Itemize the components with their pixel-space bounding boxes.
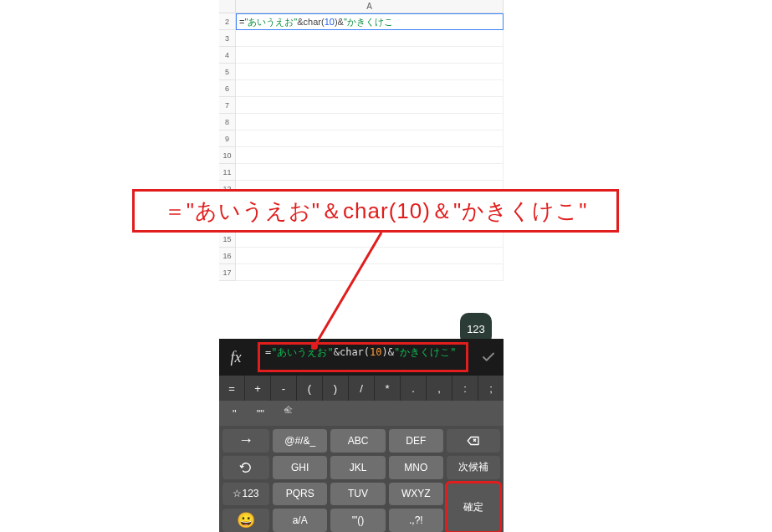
annotation-callout: ＝"あいうえお"＆char(10)＆"かきくけこ" [132, 189, 619, 233]
formula-bar: fx ="あいうえお"&char(10)&"かきくけこ" [219, 339, 504, 376]
table-row: 15 [219, 231, 504, 248]
table-row: 17 [219, 264, 504, 281]
formula-close: ) [382, 346, 388, 358]
key-backspace[interactable] [447, 429, 500, 453]
formula-accept-button[interactable] [473, 339, 504, 376]
cell-a15[interactable] [236, 231, 504, 248]
cell-a5[interactable] [236, 64, 504, 80]
column-header-row: A [219, 0, 504, 13]
symbol-key-1[interactable]: + [245, 376, 271, 401]
table-row: 8 [219, 114, 504, 130]
key-symbols[interactable]: @#/&_ [273, 429, 327, 453]
cell-a3[interactable] [236, 30, 504, 47]
symbol-key-6[interactable]: * [375, 376, 401, 401]
backspace-icon [466, 433, 481, 448]
table-row: 5 [219, 64, 504, 80]
row-number[interactable]: 16 [219, 248, 236, 264]
table-row: 10 [219, 147, 504, 164]
formula-amp1: & [334, 346, 340, 358]
column-header-a[interactable]: A [236, 0, 504, 13]
sheet-rows: 2="あいうえお"&char(10)&"かきくけこ345678910111213… [219, 13, 504, 281]
row-number[interactable]: 7 [219, 97, 236, 114]
suggestion-1[interactable]: " [233, 407, 237, 420]
cell-a11[interactable] [236, 164, 504, 181]
cell-a10[interactable] [236, 147, 504, 164]
symbol-key-0[interactable]: = [219, 376, 245, 401]
row-number[interactable]: 6 [219, 80, 236, 97]
formula-amp2: & [388, 346, 394, 358]
key-emoji[interactable]: 😀 [222, 509, 269, 532]
cell-a9[interactable] [236, 130, 504, 147]
symbol-key-3[interactable]: ( [297, 376, 323, 401]
spreadsheet: A 2="あいうえお"&char(10)&"かきくけこ3456789101112… [219, 0, 504, 339]
table-row: 6 [219, 80, 504, 97]
key-arrow-right[interactable]: → [222, 429, 269, 453]
formula-str1: あいうえお [277, 346, 327, 358]
table-row: 4 [219, 47, 504, 64]
row-number[interactable]: 17 [219, 264, 236, 281]
key-punct[interactable]: .,?! [389, 509, 443, 532]
formula-q4: " [450, 346, 456, 358]
table-row: 3 [219, 30, 504, 47]
key-quotes-parens[interactable]: '"() [330, 509, 385, 532]
row-number[interactable]: 10 [219, 147, 236, 164]
row-number[interactable]: 11 [219, 164, 236, 181]
key-undo[interactable] [222, 456, 269, 479]
key-wxyz[interactable]: WXYZ [389, 483, 443, 506]
key-abc[interactable]: ABC [330, 429, 385, 453]
formula-fn: char( [340, 346, 370, 358]
formula-str2: かきくけこ [400, 346, 450, 358]
cell-a2[interactable]: ="あいうえお"&char(10)&"かきくけこ [236, 13, 504, 30]
symbol-key-7[interactable]: . [401, 376, 427, 401]
symbol-key-4[interactable]: ) [323, 376, 349, 401]
symbol-key-9[interactable]: : [452, 376, 478, 401]
cell-a17[interactable] [236, 264, 504, 281]
cell-a16[interactable] [236, 248, 504, 264]
keyboard: → @#/&_ ABC DEF GHI JKL MNO 次候補 ☆123 PQR… [219, 426, 504, 532]
key-def[interactable]: DEF [389, 429, 443, 453]
row-number[interactable]: 8 [219, 114, 236, 130]
table-row: 9 [219, 130, 504, 147]
key-confirm[interactable]: 確定 [447, 483, 500, 533]
formula-num: 10 [370, 346, 381, 358]
header-corner [219, 0, 236, 13]
table-row: 16 [219, 248, 504, 264]
key-next-candidate[interactable]: 次候補 [447, 456, 500, 479]
table-row: 11 [219, 164, 504, 181]
phone-frame: A 2="あいうえお"&char(10)&"かきくけこ3456789101112… [219, 0, 504, 532]
row-number[interactable]: 2 [219, 13, 236, 30]
symbol-row: =+-()/*.,:; [219, 376, 504, 401]
cell-a8[interactable] [236, 114, 504, 130]
row-number[interactable]: 4 [219, 47, 236, 64]
suggestion-2[interactable]: "" [257, 407, 264, 420]
row-number[interactable]: 9 [219, 130, 236, 147]
key-star123[interactable]: ☆123 [222, 483, 269, 506]
key-ghi[interactable]: GHI [273, 456, 327, 479]
row-number[interactable]: 3 [219, 30, 236, 47]
key-tuv[interactable]: TUV [330, 483, 385, 506]
formula-input[interactable]: ="あいうえお"&char(10)&"かきくけこ" [258, 342, 468, 372]
check-icon [481, 350, 496, 365]
fx-label: fx [219, 349, 253, 366]
formula-q2: " [327, 346, 333, 358]
symbol-key-10[interactable]: ; [478, 376, 504, 401]
cell-a7[interactable] [236, 97, 504, 114]
symbol-key-2[interactable]: - [271, 376, 297, 401]
cell-a6[interactable] [236, 80, 504, 97]
suggestion-row: " "" "全 [219, 401, 504, 426]
symbol-key-8[interactable]: , [427, 376, 452, 401]
table-row: 2="あいうえお"&char(10)&"かきくけこ [219, 13, 504, 30]
key-mno[interactable]: MNO [389, 456, 443, 479]
row-number[interactable]: 15 [219, 231, 236, 248]
table-row: 7 [219, 97, 504, 114]
cell-a4[interactable] [236, 47, 504, 64]
symbol-key-5[interactable]: / [349, 376, 375, 401]
undo-icon [238, 460, 253, 475]
row-number[interactable]: 5 [219, 64, 236, 80]
suggestion-3[interactable]: "全 [284, 407, 297, 420]
key-case-toggle[interactable]: a/A [273, 509, 327, 532]
key-jkl[interactable]: JKL [330, 456, 385, 479]
key-pqrs[interactable]: PQRS [273, 483, 327, 506]
